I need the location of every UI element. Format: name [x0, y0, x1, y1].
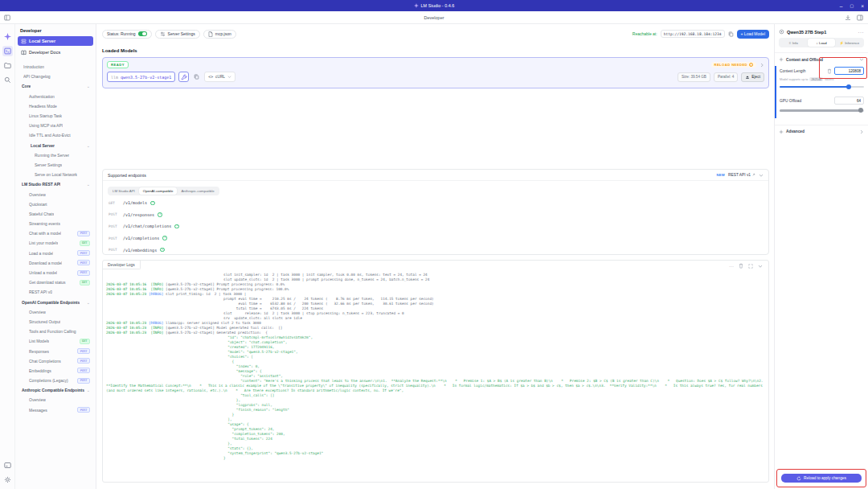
logs-menu-icon[interactable]: ···: [729, 264, 734, 269]
method-badge: GET: [80, 339, 91, 344]
copy-model-icon[interactable]: [192, 72, 201, 82]
endpoints-tab[interactable]: LM Studio API: [108, 187, 139, 195]
models-folder-icon[interactable]: [2, 60, 13, 71]
sidebar-item[interactable]: List your modelsGET: [18, 238, 93, 248]
sidebar-item[interactable]: Structured Output: [18, 317, 93, 327]
maximize-button[interactable]: ▢: [850, 3, 854, 8]
download-icon[interactable]: [845, 14, 851, 21]
endpoint-row[interactable]: POST/v1/completions?: [103, 232, 768, 244]
sidebar-item[interactable]: Core⌄: [18, 81, 93, 91]
minimize-button[interactable]: –: [840, 3, 843, 9]
sidebar-item[interactable]: Serve on Local Network: [18, 170, 93, 179]
load-model-button[interactable]: + Load Model: [737, 30, 769, 39]
sidebar-item[interactable]: Linux Startup Task: [18, 111, 93, 121]
right-panel-toggle-icon[interactable]: [857, 14, 863, 21]
clear-logs-trash-icon[interactable]: [739, 263, 743, 269]
eject-button[interactable]: Eject: [741, 72, 764, 82]
sidebar-item[interactable]: Load a modelPOST: [18, 249, 93, 258]
panel-tab-info[interactable]: ≡Info: [780, 39, 808, 47]
chevron-right-icon[interactable]: [760, 63, 764, 68]
collapse-logs-chevron-icon[interactable]: [758, 264, 763, 269]
model-tools-button[interactable]: [178, 72, 189, 82]
sidebar-item[interactable]: Idle TTL and Auto-Evict: [18, 130, 93, 140]
endpoint-row[interactable]: POST/v1/responses?: [103, 209, 768, 221]
server-url[interactable]: http://192.168.18.184:1234: [661, 30, 725, 38]
help-icon[interactable]: ?: [162, 236, 167, 240]
mcp-json-button[interactable]: mcp.json: [203, 30, 236, 39]
panel-tab-inference[interactable]: ⚡Inference: [835, 39, 863, 47]
gpu-offload-slider[interactable]: [780, 109, 864, 111]
endpoint-row[interactable]: GET/v1/models?: [103, 197, 768, 209]
sidebar-item[interactable]: Stateful Chats: [18, 209, 93, 219]
chevron-down-icon[interactable]: [759, 173, 764, 178]
sidebar-item[interactable]: Download a modelPOST: [18, 258, 93, 268]
expand-logs-icon[interactable]: [748, 264, 753, 269]
sidebar-item[interactable]: Unload a modelPOST: [18, 268, 93, 277]
sidebar-item[interactable]: Tools and Function Calling: [18, 327, 93, 336]
loaded-model-card[interactable]: READY RELOAD NEEDED i llm qwen3.5-27b-v2…: [102, 57, 769, 88]
sidebar-item[interactable]: Streaming events: [18, 219, 93, 228]
sidebar-item[interactable]: Introduction: [18, 62, 93, 72]
sidebar-item[interactable]: Quickstart: [18, 199, 93, 209]
model-size-badge: Size: 39.54 GB: [678, 72, 710, 82]
help-icon[interactable]: ?: [174, 224, 179, 229]
sidebar-item[interactable]: LM Studio REST API⌄: [18, 179, 93, 189]
sidebar-item[interactable]: Using MCP via API: [18, 121, 93, 130]
gpu-offload-input[interactable]: [834, 97, 864, 105]
sidebar-item[interactable]: Local Server⌄: [18, 141, 93, 150]
help-icon[interactable]: ?: [150, 201, 155, 206]
context-offload-section-header[interactable]: Context and Offload: [775, 52, 868, 66]
icon-rail: [0, 24, 14, 489]
sidebar-item[interactable]: Anthropic Compatible Endpoints⌄: [18, 385, 93, 395]
sidebar-item[interactable]: OpenAI Compatible Endpoints⌄: [18, 298, 93, 307]
sidebar-item[interactable]: Authentication: [18, 92, 93, 101]
close-button[interactable]: ×: [861, 3, 864, 9]
status-pill[interactable]: Status: Running: [102, 30, 152, 39]
sidebar-item[interactable]: Overview: [18, 189, 93, 199]
sidebar-item[interactable]: List ModelsGET: [18, 336, 93, 346]
sidebar-item[interactable]: Completions (Legacy)POST: [18, 376, 93, 385]
endpoint-row[interactable]: POST/v1/embeddings?: [103, 244, 768, 256]
context-length-input[interactable]: [834, 67, 864, 75]
sidebar-item[interactable]: MessagesPOST: [18, 405, 93, 415]
curl-dropdown[interactable]: <> cURL: [204, 72, 235, 82]
reset-trash-icon[interactable]: [827, 68, 832, 74]
sidebar-item[interactable]: Overview: [18, 307, 93, 317]
sidebar-item-label: Load a model: [29, 251, 53, 256]
sidebar-item[interactable]: EmbeddingsPOST: [18, 366, 93, 376]
help-icon[interactable]: ?: [160, 248, 165, 253]
panel-tab-load[interactable]: ↓Load: [808, 39, 836, 47]
model-name-pill[interactable]: llm qwen3.5-27b-v2-stage1: [107, 72, 175, 82]
sidebar-item[interactable]: Server Settings: [18, 160, 93, 170]
sidebar-item[interactable]: Chat with a modelPOST: [18, 228, 93, 238]
reload-apply-button[interactable]: Reload to apply changes: [781, 474, 862, 483]
sidebar-item[interactable]: ResponsesPOST: [18, 346, 93, 355]
console-icon[interactable]: [2, 460, 13, 471]
sidebar-item[interactable]: REST API v0: [18, 287, 93, 297]
help-icon[interactable]: ?: [158, 212, 162, 217]
endpoint-row[interactable]: POST/v1/chat/completions?: [103, 220, 768, 232]
copy-url-icon[interactable]: [728, 31, 734, 37]
sidebar-item[interactable]: Get download statusGET: [18, 277, 93, 287]
sidebar-item[interactable]: API Changelog: [18, 72, 93, 81]
chat-icon[interactable]: [2, 31, 13, 42]
developer-icon[interactable]: [2, 46, 13, 56]
endpoints-tab[interactable]: OpenAI-compatible: [139, 187, 178, 195]
server-settings-button[interactable]: Server Settings: [155, 30, 200, 39]
logs-body[interactable]: slot init_sampler: id 2 | task 3000 | in…: [103, 271, 768, 462]
server-toggle[interactable]: [138, 31, 147, 36]
sidebar-item[interactable]: Chat CompletionsPOST: [18, 356, 93, 366]
settings-gear-icon[interactable]: [2, 475, 13, 485]
sidebar-item[interactable]: Running the Server: [18, 150, 93, 160]
sidebar-item[interactable]: Overview: [18, 395, 93, 405]
sidebar-item[interactable]: Headless Mode: [18, 101, 93, 111]
endpoints-heading: Supported endpoints: [108, 173, 146, 178]
discover-icon[interactable]: [2, 75, 13, 85]
rest-api-link[interactable]: REST API v1: [728, 173, 755, 177]
endpoints-tab[interactable]: Anthropic-compatible: [177, 187, 218, 195]
context-length-slider[interactable]: [780, 86, 864, 88]
advanced-section-header[interactable]: Advanced: [775, 125, 868, 138]
panel-menu-icon[interactable]: ···: [858, 30, 865, 35]
sidebar-item-local-server[interactable]: Local Server: [18, 36, 93, 46]
sidebar-item-developer-docs[interactable]: Developer Docs: [18, 47, 93, 57]
